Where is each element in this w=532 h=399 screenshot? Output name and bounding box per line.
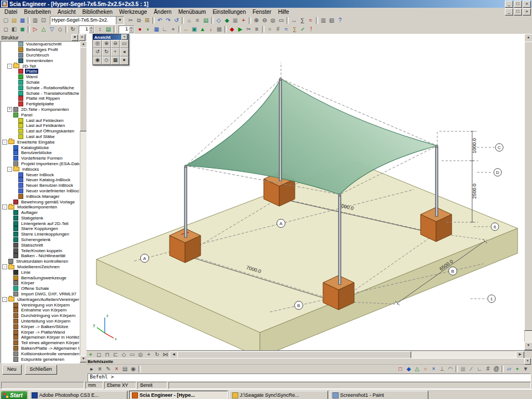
snap-endpoint-icon[interactable]: ◆ (405, 365, 413, 373)
shaded-mode-icon[interactable]: ◼ (18, 25, 27, 33)
3d-viewport[interactable]: 7000.0 7000.0 6500.0 (86, 34, 532, 350)
snap-midpoint-icon[interactable]: ◐ (144, 25, 152, 33)
3d-viewport-canvas[interactable]: 7000.0 7000.0 6500.0 (87, 34, 525, 350)
tree-item[interactable]: Entnahme von Körpern (1, 308, 79, 313)
nodes-display-icon[interactable]: ○ (265, 25, 274, 33)
tree-item[interactable]: Schale (1, 80, 79, 85)
tree-item[interactable]: Scherengelenk (1, 237, 79, 243)
menu-item[interactable]: Menübaum (175, 8, 209, 16)
minimize-button[interactable]: _ (505, 1, 513, 8)
tree-item[interactable]: Last auf Öffnungskanten (1, 129, 79, 134)
tree-item[interactable]: Balken - Nichtlinearität (1, 253, 79, 259)
collapse-icon[interactable]: - (7, 167, 12, 172)
start-button[interactable]: Start (1, 391, 27, 399)
snap-tangent-icon[interactable]: ◠ (446, 365, 454, 373)
tree-item[interactable]: Linie (1, 269, 79, 275)
tree-item[interactable]: Neuer InBlock (1, 172, 79, 177)
tree-item[interactable]: Katalogblöcke (1, 145, 79, 150)
tree-item[interactable]: -2D-Teil (1, 63, 79, 69)
ansicht-palette[interactable]: Ansicht × ◎⊕⊖▭ ↺↻+◂ ◉◇▦● (93, 34, 129, 65)
results-icon[interactable]: ≈ (306, 17, 315, 24)
load-cases-icon[interactable]: ≈ (282, 25, 290, 33)
snap-filter-icon[interactable]: ▼ (521, 365, 530, 373)
catalog-icon[interactable]: ≡ (193, 17, 202, 24)
command-history-icon[interactable]: ≡ (96, 365, 104, 373)
coord-absolute-icon[interactable]: # (484, 365, 492, 373)
command-input[interactable]: Befehl > (88, 374, 531, 382)
child-minimize-button[interactable]: _ (505, 8, 513, 16)
tree-scrollbar[interactable]: ▲ ▼ (80, 41, 86, 362)
scroll-right-button[interactable]: ▶ (516, 351, 524, 359)
zoom-out-icon[interactable]: ⊖ (260, 17, 269, 24)
project-icon[interactable]: ⌂ (185, 17, 193, 24)
scale-updown-icon[interactable]: ↕ (96, 25, 104, 33)
tree-item[interactable]: Starre Kopplungen (1, 226, 79, 232)
close-button[interactable]: × (523, 1, 531, 8)
tree-item[interactable]: Last auf Stäbe (1, 134, 79, 140)
tree-item[interactable]: Starre Linienkopplungen (1, 232, 79, 237)
perspective-icon[interactable]: ⋈ (161, 351, 170, 359)
activity-toggle-icon[interactable]: ▣ (190, 25, 198, 33)
tree-item[interactable]: Fertigteilplatte (1, 101, 79, 107)
menu-item[interactable]: Werkzeuge (116, 8, 150, 16)
wireframe-view-icon[interactable]: ◇ (214, 17, 223, 24)
macro-icon[interactable]: ▤ (121, 365, 129, 373)
select-icon[interactable]: ▭ (277, 17, 285, 24)
panel-collapse-button[interactable]: ▾ (71, 34, 78, 41)
tree-item[interactable]: Benutzerblöcke (1, 150, 79, 156)
collapse-icon[interactable]: - (2, 297, 7, 302)
menu-item[interactable]: Hilfe (275, 8, 293, 16)
viewport-horizontal-scrollbar[interactable]: ◀ ▶ (170, 351, 524, 359)
run-command-icon[interactable]: ▸ (88, 365, 96, 373)
clipping-box-icon[interactable]: ✂ (244, 25, 253, 33)
menu-item[interactable]: Einstellungen (209, 8, 249, 16)
palette-close-button[interactable]: × (121, 34, 127, 40)
ucs-icon[interactable]: ⌖ (513, 365, 521, 373)
loads-toggle-icon[interactable]: ↓ (207, 25, 215, 33)
zoom-in-icon[interactable]: ⊕ (102, 40, 111, 48)
zoom-extents-icon[interactable]: ◎ (93, 40, 102, 48)
cut-icon[interactable]: ✂ (126, 17, 135, 24)
scrollbar-thumb[interactable] (177, 351, 411, 359)
command-panel-header[interactable]: Befehlszeile × (86, 359, 532, 365)
pan-icon[interactable]: + (111, 48, 120, 57)
zoom-all-icon[interactable]: ◎ (269, 17, 277, 24)
collapse-icon[interactable]: - (7, 64, 12, 69)
print-icon[interactable]: ▥ (31, 17, 39, 24)
taskbar-task[interactable]: Adobe Photoshop CS3 E... (29, 391, 127, 399)
palette-title-bar[interactable]: Ansicht × (93, 34, 129, 40)
child-close-button[interactable]: × (523, 8, 531, 16)
active-layer-icon[interactable]: ▤ (104, 25, 112, 33)
command-panel-close-button[interactable]: × (524, 358, 531, 365)
close-panel-button[interactable]: Schließen (25, 365, 57, 375)
snap-node-icon[interactable]: □ (396, 365, 405, 373)
axonometric-icon[interactable]: ◇ (120, 351, 128, 359)
document-icon[interactable]: ▥ (319, 17, 328, 24)
spinner-arrows[interactable]: ▲▼ (129, 26, 134, 33)
plane-xy-icon[interactable]: ▱ (505, 365, 513, 373)
viewport-vertical-scrollbar[interactable]: ▲ ▼ (524, 34, 532, 350)
rotate-left-icon[interactable]: ↺ (93, 48, 102, 57)
hidden-line-mode-icon[interactable]: ◧ (10, 25, 18, 33)
menu-item[interactable]: Bibliotheken (79, 8, 116, 16)
tree-item[interactable]: Allgemeinen Körper in Hohlkörper (1, 335, 79, 340)
view-z-icon[interactable]: ▽ (48, 25, 56, 33)
tree-item[interactable]: Schale - Translationsfläche (1, 90, 79, 96)
ortho-mode-icon[interactable]: ∟ (161, 25, 169, 33)
combo-dropdown-button[interactable]: ▼ (116, 17, 124, 24)
tree-item[interactable]: Import DWG, DXF, VRML97 (1, 291, 79, 297)
expand-icon[interactable]: + (7, 107, 12, 112)
taskbar-task[interactable]: J:\Seagate Sync\SyncRe... (229, 391, 328, 399)
tree-item[interactable]: Körper -> Platte/Wand (1, 329, 79, 335)
child-restore-button[interactable]: □ (514, 8, 522, 16)
menu-item[interactable]: Ändern (150, 8, 175, 16)
tree-item[interactable]: InBlock-Manager (1, 193, 79, 199)
structure-panel-header[interactable]: Struktur ▾ × (0, 34, 86, 42)
zoom-in-icon[interactable]: ⊕ (252, 17, 260, 24)
results-toggle-icon[interactable]: ◆ (228, 25, 236, 33)
maximize-button[interactable]: □ (514, 1, 522, 8)
menu-item[interactable]: Fenster (249, 8, 275, 16)
animation-icon[interactable]: ▶ (236, 25, 244, 33)
tree-item[interactable]: Vereinigung von Körpern (1, 302, 79, 308)
scale-spinner-2[interactable]: 1 ▲▼ (119, 25, 134, 34)
